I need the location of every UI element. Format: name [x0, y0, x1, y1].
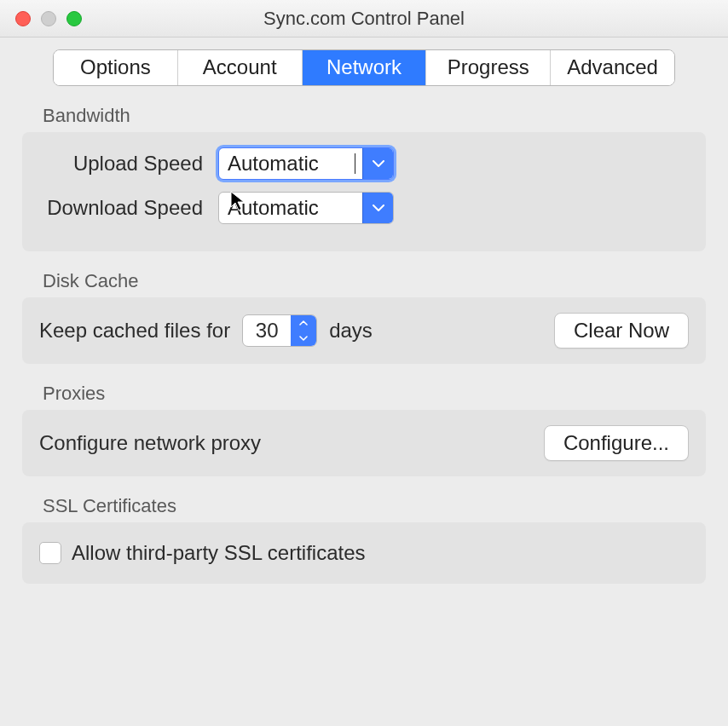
disk-cache-section-label: Disk Cache — [43, 270, 709, 292]
download-speed-dropdown[interactable]: Automatic — [218, 192, 394, 224]
cache-days-stepper-buttons[interactable] — [291, 315, 316, 346]
proxies-panel: Configure network proxy Configure... — [22, 410, 706, 476]
ssl-section-label: SSL Certificates — [43, 495, 709, 517]
bandwidth-section-label: Bandwidth — [43, 105, 709, 127]
upload-speed-row: Upload Speed Automatic — [39, 147, 689, 180]
tab-network[interactable]: Network — [303, 50, 427, 85]
chevron-up-icon — [299, 320, 308, 326]
bandwidth-panel: Upload Speed Automatic Download Speed Au… — [22, 132, 706, 251]
download-speed-label: Download Speed — [39, 196, 218, 220]
stepper-down-button[interactable] — [291, 331, 316, 346]
configure-proxy-button[interactable]: Configure... — [544, 425, 689, 461]
proxy-row: Configure network proxy Configure... — [39, 425, 689, 461]
download-speed-row: Download Speed Automatic — [39, 192, 689, 224]
minimize-window-button[interactable] — [41, 11, 56, 26]
upload-speed-dropdown-button[interactable] — [362, 148, 393, 179]
upload-speed-label: Upload Speed — [39, 152, 218, 176]
tab-progress[interactable]: Progress — [426, 50, 551, 85]
tab-advanced[interactable]: Advanced — [551, 50, 674, 85]
download-speed-dropdown-button[interactable] — [362, 193, 393, 223]
traffic-lights — [0, 11, 82, 26]
disk-cache-suffix: days — [329, 319, 373, 343]
chevron-down-icon — [373, 205, 384, 212]
upload-speed-dropdown[interactable]: Automatic — [218, 147, 394, 180]
proxies-section-label: Proxies — [43, 383, 709, 405]
tab-bar: Options Account Network Progress Advance… — [53, 49, 675, 86]
disk-cache-row: Keep cached files for 30 days Clear Now — [39, 313, 689, 349]
chevron-down-icon — [373, 160, 384, 168]
close-window-button[interactable] — [15, 11, 31, 26]
content-area: Options Account Network Progress Advance… — [0, 37, 728, 602]
ssl-panel: Allow third-party SSL certificates — [22, 522, 706, 584]
chevron-down-icon — [299, 336, 308, 341]
proxy-label: Configure network proxy — [39, 431, 261, 455]
cache-days-stepper[interactable]: 30 — [242, 314, 317, 347]
ssl-checkbox-row[interactable]: Allow third-party SSL certificates — [39, 538, 689, 568]
allow-third-party-ssl-checkbox[interactable] — [39, 542, 61, 564]
download-speed-value: Automatic — [219, 193, 362, 223]
tab-account[interactable]: Account — [178, 50, 303, 85]
cache-days-value: 30 — [243, 315, 291, 346]
disk-cache-prefix: Keep cached files for — [39, 319, 230, 343]
titlebar: Sync.com Control Panel — [0, 0, 728, 37]
zoom-window-button[interactable] — [66, 11, 82, 26]
disk-cache-panel: Keep cached files for 30 days Clear Now — [22, 297, 706, 364]
upload-speed-value: Automatic — [219, 148, 362, 179]
tab-options[interactable]: Options — [54, 50, 178, 85]
window-title: Sync.com Control Panel — [0, 8, 728, 30]
clear-cache-button[interactable]: Clear Now — [554, 313, 689, 349]
stepper-up-button[interactable] — [291, 315, 316, 331]
ssl-checkbox-label: Allow third-party SSL certificates — [72, 541, 366, 565]
